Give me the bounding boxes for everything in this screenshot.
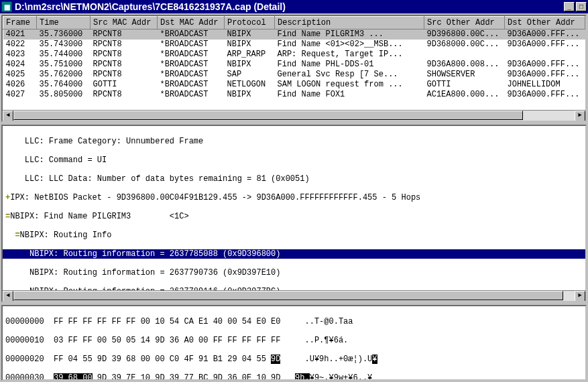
- window-titlebar: ▦ D:\nm2src\NETMON2\Captures\7CE84162319…: [0, 0, 588, 13]
- hex-highlight: 9D: [271, 355, 280, 364]
- maximize-button[interactable]: □: [576, 2, 587, 11]
- app-icon: ▦: [1, 1, 12, 12]
- detail-line[interactable]: =NBIPX: Routing Info: [3, 231, 585, 240]
- col-srcother[interactable]: Src Other Addr: [424, 17, 505, 29]
- hex-dump[interactable]: 00000000 FF FF FF FF FF FF 00 10 54 CA E…: [3, 306, 585, 379]
- detail-line-selected[interactable]: NBIPX: Routing information = 2637785088 …: [3, 249, 585, 259]
- detail-tree[interactable]: LLC: Frame Category: Unnumbered Frame LL…: [3, 126, 585, 290]
- scroll-track[interactable]: [13, 111, 575, 121]
- hex-row[interactable]: 00000030 39 68 00 9D 39 7E 10 9D 39 77 B…: [5, 373, 583, 379]
- detail-line[interactable]: NBIPX: Routing information = 2637790736 …: [3, 268, 585, 277]
- detail-line[interactable]: LLC: Frame Category: Unnumbered Frame: [3, 137, 585, 146]
- col-time[interactable]: Time: [37, 17, 91, 29]
- col-frame[interactable]: Frame: [3, 17, 37, 29]
- hex-highlight: 39 68 00: [54, 373, 93, 379]
- scroll-left-button[interactable]: ◄: [3, 291, 13, 302]
- table-row[interactable]: 402435.751000RPCNT8*BROADCASTNBIPXFind N…: [3, 60, 585, 70]
- col-srcmac[interactable]: Src MAC Addr: [91, 17, 158, 29]
- scroll-track[interactable]: [13, 291, 575, 301]
- col-description[interactable]: Description: [275, 17, 424, 29]
- table-row[interactable]: 402535.762000RPCNT8*BROADCASTSAPGeneral …: [3, 70, 585, 80]
- detail-line[interactable]: LLC: Command = UI: [3, 155, 585, 165]
- hex-row[interactable]: 00000010 03 FF FF 00 50 05 14 9D 36 A0 0…: [5, 336, 583, 345]
- table-row[interactable]: 402135.736000RPCNT8*BROADCASTNBIPXFind N…: [3, 29, 585, 40]
- hex-highlight: ¥: [372, 355, 377, 364]
- detail-hscrollbar[interactable]: ◄ ►: [3, 290, 585, 301]
- detail-line[interactable]: +IPX: NetBIOS Packet - 9D396800.00C04F91…: [3, 193, 585, 202]
- hex-pane: 00000000 FF FF FF FF FF FF 00 10 54 CA E…: [1, 305, 587, 381]
- detail-line[interactable]: LLC: LLC Data: Number of data bytes rema…: [3, 174, 585, 184]
- table-header-row: Frame Time Src MAC Addr Dst MAC Addr Pro…: [3, 17, 585, 29]
- scroll-thumb[interactable]: [13, 111, 523, 120]
- col-dstother[interactable]: Dst Other Addr: [505, 17, 585, 29]
- table-row[interactable]: 402735.805000RPCNT8*BROADCASTNBIPXFind N…: [3, 90, 585, 100]
- scroll-right-button[interactable]: ►: [575, 111, 585, 121]
- table-row[interactable]: 402335.744000RPCNT8*BROADCASTARP_RARPARP…: [3, 50, 585, 60]
- hex-row[interactable]: 00000000 FF FF FF FF FF FF 00 10 54 CA E…: [5, 317, 583, 326]
- scroll-thumb[interactable]: [13, 291, 563, 300]
- table-row[interactable]: 402235.743000RPCNT8*BROADCASTNBIPXFind N…: [3, 40, 585, 50]
- scroll-right-button[interactable]: ►: [575, 291, 585, 302]
- frame-table[interactable]: Frame Time Src MAC Addr Dst MAC Addr Pro…: [3, 16, 585, 100]
- window-title: D:\nm2src\NETMON2\Captures\7CE8416231937…: [15, 1, 563, 12]
- col-dstmac[interactable]: Dst MAC Addr: [158, 17, 225, 29]
- hex-row[interactable]: 00000020 FF 04 55 9D 39 68 00 00 C0 4F 9…: [5, 355, 583, 364]
- scroll-left-button[interactable]: ◄: [3, 111, 13, 121]
- frame-hscrollbar[interactable]: ◄ ►: [3, 110, 585, 121]
- collapse-icon[interactable]: =: [15, 231, 19, 240]
- hex-highlight: 9h.: [295, 373, 310, 379]
- table-row[interactable]: 402635.764000GOTTI*BROADCASTNETLOGONSAM …: [3, 80, 585, 90]
- col-protocol[interactable]: Protocol: [225, 17, 275, 29]
- minimize-button[interactable]: _: [564, 2, 575, 11]
- frame-list-pane: Frame Time Src MAC Addr Dst MAC Addr Pro…: [1, 15, 587, 122]
- detail-pane: LLC: Frame Category: Unnumbered Frame LL…: [1, 125, 587, 302]
- detail-line[interactable]: =NBIPX: Find Name PILGRIM3 <1C>: [3, 212, 585, 221]
